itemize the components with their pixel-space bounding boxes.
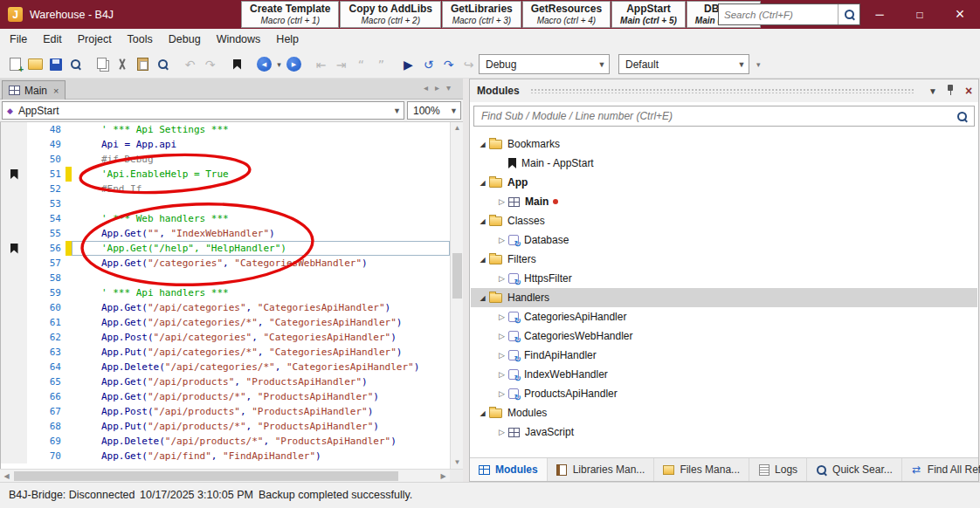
bookmark-margin[interactable]: [1, 285, 27, 300]
expand-icon[interactable]: ▷: [495, 370, 508, 379]
toolbar-overflow-icon[interactable]: ▾: [756, 60, 761, 69]
bookmark-margin[interactable]: [1, 152, 27, 167]
bookmark-margin[interactable]: [1, 419, 27, 434]
macro-button-copy-to-addlibs[interactable]: Copy to AddLibsMacro (ctrl + 2): [340, 1, 441, 28]
tree-item-indexwebhandler[interactable]: ▷IndexWebHandler: [471, 365, 977, 384]
expand-icon[interactable]: ▷: [495, 197, 508, 206]
scroll-down-icon[interactable]: ▼: [451, 457, 463, 469]
vertical-scroll-thumb[interactable]: [452, 253, 462, 299]
tree-item-main[interactable]: ▷Main: [471, 192, 977, 211]
navigate-back-icon[interactable]: [254, 53, 274, 76]
code-line-60[interactable]: 60App.Get("/api/categories", "Categories…: [1, 300, 450, 315]
collapse-icon[interactable]: ◢: [476, 256, 489, 264]
new-module-icon[interactable]: [5, 53, 25, 76]
code-line-51[interactable]: 51'Api.EnableHelp = True: [1, 167, 450, 182]
tree-item-findapihandler[interactable]: ▷FindApiHandler: [471, 346, 977, 365]
bookmark-margin[interactable]: [1, 345, 27, 360]
menu-project[interactable]: Project: [70, 29, 120, 50]
expand-icon[interactable]: ▷: [495, 389, 508, 398]
bookmark-margin[interactable]: [1, 211, 27, 226]
panel-tab-files-mana[interactable]: Files Mana...: [654, 458, 749, 481]
macro-button-create-template[interactable]: Create TemplateMacro (ctrl + 1): [241, 1, 339, 28]
macro-button-getlibraries[interactable]: GetLibrariesMacro (ctrl + 3): [442, 1, 521, 28]
title-bar[interactable]: J Warehouse - B4J Create TemplateMacro (…: [0, 0, 980, 29]
tab-scroll-controls[interactable]: ◂▸▾: [424, 83, 458, 93]
expand-icon[interactable]: ▷: [495, 274, 508, 283]
scroll-up-icon[interactable]: ▲: [451, 122, 463, 134]
navigate-forward-icon[interactable]: [284, 53, 304, 76]
macro-button-getresources[interactable]: GetResourcesMacro (ctrl + 4): [522, 1, 611, 28]
scroll-right-icon[interactable]: ▶: [437, 470, 450, 483]
bookmark-margin[interactable]: [1, 196, 27, 211]
menu-edit[interactable]: Edit: [35, 29, 70, 50]
horizontal-scroll-thumb[interactable]: [14, 471, 398, 481]
open-project-icon[interactable]: [25, 53, 45, 76]
menu-windows[interactable]: Windows: [209, 29, 269, 50]
bookmark-margin[interactable]: [1, 137, 27, 152]
code-line-57[interactable]: 57App.Get("/categories", "CategoriesWebH…: [1, 256, 450, 271]
zoom-dropdown[interactable]: 100% ▼: [407, 101, 461, 120]
collapse-icon[interactable]: ◢: [476, 217, 489, 225]
bookmark-margin[interactable]: [1, 360, 27, 374]
panel-tab-modules[interactable]: Modules: [470, 458, 548, 481]
expand-icon[interactable]: ▷: [495, 312, 508, 321]
resume-icon[interactable]: ↺: [418, 53, 438, 76]
tree-item-app[interactable]: ◢App: [471, 173, 977, 192]
pin-icon[interactable]: [942, 84, 959, 98]
scroll-left-icon[interactable]: ◀: [0, 470, 13, 483]
tree-item-httpsfilter[interactable]: ▷HttpsFilter: [471, 269, 977, 288]
tree-item-categoriesapihandler[interactable]: ▷CategoriesApiHandler: [471, 307, 977, 326]
code-line-54[interactable]: 54' *** Web handlers ***: [1, 211, 450, 226]
step-into-icon[interactable]: ↪: [459, 53, 479, 76]
profile-dropdown[interactable]: Default ▼: [618, 54, 749, 74]
bookmark-margin[interactable]: [1, 330, 27, 345]
maximize-button[interactable]: □: [900, 0, 940, 29]
bookmark-margin[interactable]: [1, 271, 27, 285]
code-line-64[interactable]: 64App.Delete("/api/categories/*", "Categ…: [1, 360, 450, 374]
menu-file[interactable]: File: [2, 29, 35, 50]
expand-icon[interactable]: ▷: [495, 428, 508, 436]
bookmark-margin[interactable]: [1, 449, 27, 463]
search-input[interactable]: [719, 4, 838, 24]
back-history-caret-icon[interactable]: [274, 53, 284, 76]
tree-item-modules[interactable]: ◢Modules: [471, 403, 977, 422]
code-line-68[interactable]: 68App.Put("/api/products/*", "ProductsAp…: [1, 419, 450, 434]
close-button[interactable]: ×: [940, 0, 980, 29]
code-editor[interactable]: 48' *** Api Settings ***49Api = App.api5…: [0, 122, 463, 469]
find-replace-icon[interactable]: [153, 53, 173, 76]
macro-button-appstart[interactable]: AppStartMain (ctrl + 5): [611, 1, 686, 28]
tab-close-icon[interactable]: ×: [53, 86, 59, 96]
code-line-53[interactable]: 53: [1, 196, 450, 211]
code-line-50[interactable]: 50#if Debug: [1, 152, 450, 167]
expand-icon[interactable]: ▷: [495, 236, 508, 244]
collapse-icon[interactable]: ◢: [476, 294, 489, 302]
bookmark-margin[interactable]: [1, 315, 27, 330]
run-icon[interactable]: ▶: [398, 53, 418, 76]
code-line-49[interactable]: 49Api = App.api: [1, 137, 450, 152]
find-in-files-icon[interactable]: [66, 53, 86, 76]
panel-menu-caret-icon[interactable]: ▼: [924, 86, 942, 96]
tree-item-handlers[interactable]: ◢Handlers: [471, 288, 977, 307]
tree-item-main-appstart[interactable]: Main - AppStart: [471, 154, 977, 173]
code-line-48[interactable]: 48' *** Api Settings ***: [1, 122, 450, 137]
bookmark-margin[interactable]: [1, 300, 27, 315]
code-line-67[interactable]: 67App.Post("/api/products", "ProductsApi…: [1, 404, 450, 419]
code-line-66[interactable]: 66App.Get("/api/products/*", "ProductsAp…: [1, 389, 450, 404]
expand-icon[interactable]: ▷: [495, 332, 508, 340]
tree-item-bookmarks[interactable]: ◢Bookmarks: [471, 134, 977, 154]
uncomment-icon[interactable]: ”: [371, 53, 391, 76]
modules-panel-header[interactable]: Modules ▼ ×: [470, 79, 978, 102]
panel-tab-quick-sear[interactable]: Quick Sear...: [807, 458, 902, 481]
build-configuration-dropdown[interactable]: Debug ▼: [479, 54, 610, 74]
panel-tab-find-all-referen[interactable]: Find All Referen...: [902, 458, 980, 481]
code-line-55[interactable]: 55App.Get("", "IndexWebHandler"): [1, 226, 450, 241]
cut-icon[interactable]: [113, 53, 133, 76]
bookmark-margin[interactable]: [1, 434, 27, 449]
undo-icon[interactable]: ↶: [180, 53, 200, 76]
panel-close-icon[interactable]: ×: [959, 84, 978, 98]
tree-item-classes[interactable]: ◢Classes: [471, 211, 977, 230]
panel-tab-logs[interactable]: Logs: [749, 458, 807, 481]
code-line-56[interactable]: 56'App.Get("/help", "HelpHandler"): [1, 241, 450, 256]
collapse-icon[interactable]: ◢: [476, 141, 489, 148]
code-line-52[interactable]: 52#End If: [1, 182, 450, 196]
